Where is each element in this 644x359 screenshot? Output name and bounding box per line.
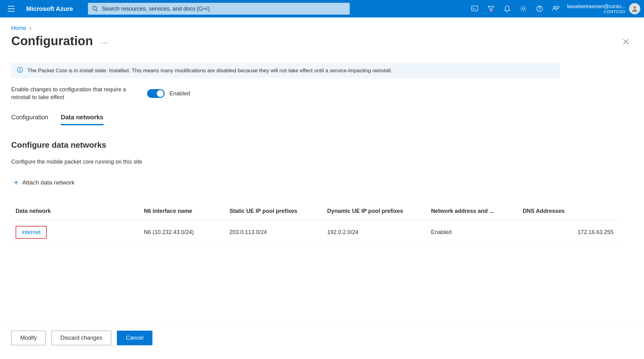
more-actions-button[interactable]: … <box>100 37 108 45</box>
topbar: Microsoft Azure <box>0 0 644 17</box>
menu-button[interactable] <box>4 1 19 16</box>
data-networks-table: Data network N6 interface name Static UE… <box>11 202 622 245</box>
account-email: lassebertrasmen@conto... <box>567 3 625 9</box>
page-title: Configuration <box>11 34 93 48</box>
brand[interactable]: Microsoft Azure <box>26 5 73 12</box>
enable-row: Enable changes to configuration that req… <box>11 86 633 101</box>
breadcrumb-home[interactable]: Home <box>11 25 26 31</box>
bell-icon <box>504 5 510 12</box>
footer-actions: Modify Discard changes Cancel <box>0 324 644 352</box>
page-body: Home › Configuration … The Packet Core i… <box>0 17 644 245</box>
account-menu[interactable]: lassebertrasmen@conto... CONTOSO <box>567 3 640 14</box>
col-napt[interactable]: Network address and ... <box>427 202 518 220</box>
col-static-ue[interactable]: Static UE IP pool prefixes <box>225 202 323 220</box>
close-icon <box>623 39 629 45</box>
help-icon <box>536 5 543 12</box>
help-button[interactable] <box>532 1 547 16</box>
table-header-row: Data network N6 interface name Static UE… <box>11 202 622 220</box>
col-dns[interactable]: DNS Addresses <box>518 202 622 220</box>
svg-point-3 <box>93 7 97 10</box>
col-n6[interactable]: N6 interface name <box>140 202 225 220</box>
svg-point-17 <box>20 68 20 69</box>
notifications-button[interactable] <box>500 1 515 16</box>
svg-rect-18 <box>20 69 20 71</box>
search-icon <box>92 6 98 12</box>
svg-point-11 <box>539 10 540 11</box>
enable-label: Enable changes to configuration that req… <box>11 86 130 101</box>
close-button[interactable] <box>620 36 632 47</box>
directories-button[interactable] <box>483 1 498 16</box>
svg-point-12 <box>554 6 555 8</box>
attach-data-network-button[interactable]: + Attach data network <box>14 178 633 187</box>
topbar-icons <box>467 1 563 16</box>
svg-line-4 <box>96 10 98 11</box>
cell-n6: N6 (10.232.43.0/24) <box>140 220 225 245</box>
filter-icon <box>488 5 494 12</box>
section-title: Configure data networks <box>11 140 633 150</box>
person-icon <box>631 5 638 12</box>
info-banner-text: The Packet Core is in install state: Ins… <box>27 68 392 74</box>
feedback-button[interactable] <box>548 1 563 16</box>
settings-button[interactable] <box>516 1 531 16</box>
gear-icon <box>520 5 527 12</box>
avatar <box>629 3 640 14</box>
section-description: Configure the mobile packet core running… <box>11 159 633 165</box>
tabs: Configuration Data networks <box>11 114 633 125</box>
tab-data-networks[interactable]: Data networks <box>61 114 103 125</box>
col-data-network[interactable]: Data network <box>11 202 140 220</box>
attach-label: Attach data network <box>22 179 74 186</box>
tab-configuration[interactable]: Configuration <box>11 114 48 125</box>
discard-button[interactable]: Discard changes <box>51 331 111 345</box>
cell-dns: 172.16.63.255 <box>518 220 622 245</box>
search-input[interactable] <box>102 6 345 12</box>
cloud-shell-button[interactable] <box>467 1 482 16</box>
col-dynamic-ue[interactable]: Dynamic UE IP pool prefixes <box>323 202 427 220</box>
enable-state: Enabled <box>170 90 190 97</box>
info-icon <box>17 67 23 74</box>
cloud-shell-icon <box>471 6 478 12</box>
info-banner: The Packet Core is in install state: Ins… <box>11 63 560 78</box>
cell-dynamic-ue: 192.0.2.0/24 <box>323 220 427 245</box>
chevron-right-icon: › <box>29 25 31 31</box>
svg-rect-5 <box>472 6 478 11</box>
cancel-button[interactable]: Cancel <box>117 331 152 345</box>
svg-point-13 <box>633 6 636 9</box>
hamburger-icon <box>8 6 15 12</box>
modify-button[interactable]: Modify <box>11 331 46 345</box>
table-row[interactable]: internet N6 (10.232.43.0/24) 203.0.113.0… <box>11 220 622 245</box>
svg-point-8 <box>492 10 494 12</box>
search-box[interactable] <box>88 3 350 15</box>
cell-static-ue: 203.0.113.0/24 <box>225 220 323 245</box>
account-directory: CONTOSO <box>567 9 625 14</box>
svg-point-9 <box>522 8 525 10</box>
feedback-icon <box>552 5 560 12</box>
data-network-link[interactable]: internet <box>16 226 47 239</box>
breadcrumb: Home › <box>11 25 633 31</box>
cell-napt: Enabled <box>427 220 518 245</box>
plus-icon: + <box>14 178 18 187</box>
enable-toggle[interactable] <box>147 89 165 98</box>
